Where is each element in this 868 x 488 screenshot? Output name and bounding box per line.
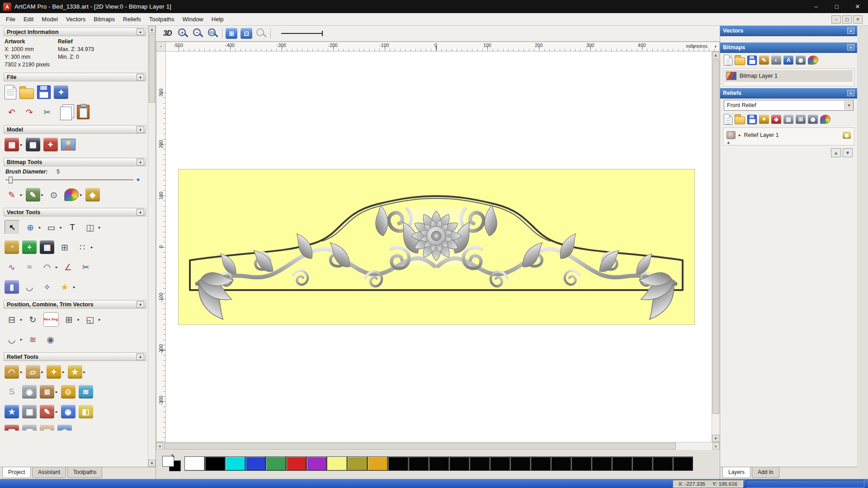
rollup-button[interactable]: ▴ bbox=[137, 353, 144, 360]
flyout-arrow-icon[interactable]: ▸ bbox=[20, 317, 23, 322]
flyout-arrow-icon[interactable]: ▸ bbox=[60, 225, 62, 230]
bitmaps-header[interactable]: Bitmaps ▴ bbox=[720, 42, 857, 53]
line-width-control[interactable] bbox=[281, 29, 323, 38]
paint-icon[interactable]: ✎ bbox=[5, 188, 19, 202]
palette-swatch-15[interactable] bbox=[490, 456, 510, 471]
relief-visibility-icon[interactable]: ▣ bbox=[843, 131, 851, 139]
palette-swatch-13[interactable] bbox=[449, 456, 469, 471]
ruler-corner[interactable]: + bbox=[156, 42, 166, 52]
flyout-arrow-icon[interactable]: ▸ bbox=[56, 265, 58, 269]
smooth-relief-icon[interactable]: ◠ bbox=[5, 365, 19, 379]
palette-swatch-14[interactable] bbox=[469, 456, 490, 471]
select-vectors-icon[interactable]: ↖ bbox=[5, 220, 20, 235]
palette-swatch-6[interactable] bbox=[307, 456, 327, 471]
menu-window[interactable]: Window bbox=[179, 14, 208, 24]
relief-select[interactable]: Front Relief ▾ bbox=[724, 100, 854, 111]
zoom-in-icon[interactable]: + bbox=[177, 28, 189, 39]
flyout-arrow-icon[interactable]: ▸ bbox=[56, 389, 58, 394]
relief-clipart-icon[interactable]: ≣ bbox=[40, 385, 54, 399]
import-model-icon[interactable]: ✦ bbox=[54, 85, 68, 99]
relief-tool-icon[interactable]: ▦ bbox=[22, 425, 37, 431]
zoom-window-icon[interactable]: ⊞ bbox=[226, 28, 237, 39]
paint-relief-icon[interactable]: ✎ bbox=[40, 405, 54, 418]
relief-tool-icon[interactable]: ◉ bbox=[57, 425, 72, 431]
shape-editor-icon[interactable]: ✦ bbox=[47, 365, 61, 379]
palette-swatch-24[interactable] bbox=[673, 456, 693, 471]
scroll-right-button[interactable]: ▸ bbox=[712, 442, 720, 450]
weave-relief-icon[interactable]: ▦ bbox=[22, 405, 37, 418]
create-polyline-icon[interactable]: ∿ bbox=[5, 260, 19, 274]
flood-fill-icon[interactable]: ◆ bbox=[85, 188, 100, 202]
paste-along-curve-icon[interactable]: ∷ bbox=[75, 240, 90, 254]
fit-arcs-icon[interactable]: ◠ bbox=[40, 260, 54, 274]
scroll-up-button[interactable]: ▲ bbox=[148, 26, 156, 33]
texture-relief-icon[interactable]: ≋ bbox=[79, 385, 93, 399]
zoom-out-icon[interactable]: − bbox=[192, 28, 204, 39]
flyout-arrow-icon[interactable]: ▸ bbox=[99, 317, 101, 322]
wrap-cylinder-icon[interactable]: ▮ bbox=[5, 280, 19, 294]
smooth-polyline-icon[interactable]: ≈ bbox=[22, 260, 37, 274]
view-3d-button[interactable]: 3D bbox=[160, 29, 174, 38]
model-preview-icon[interactable]: ▩ bbox=[26, 138, 40, 151]
align-vectors-icon[interactable]: ⊟ bbox=[5, 313, 19, 326]
set-model-size-icon[interactable]: ▦ bbox=[5, 138, 19, 151]
flyout-arrow-icon[interactable]: ▸ bbox=[91, 245, 93, 249]
rollup-button[interactable]: ▴ bbox=[137, 126, 144, 133]
palette-swatch-3[interactable] bbox=[245, 456, 266, 471]
scrollbar-thumb[interactable] bbox=[712, 60, 719, 414]
palette-swatch-18[interactable] bbox=[551, 456, 571, 471]
flyout-arrow-icon[interactable]: ▸ bbox=[84, 370, 86, 374]
create-arc-icon[interactable]: ◡ bbox=[22, 280, 37, 294]
nesting-icon[interactable]: Nes ting bbox=[43, 312, 59, 327]
bitmap-to-vector-icon[interactable]: ▦ bbox=[40, 240, 54, 254]
cut-icon[interactable]: ✂ bbox=[40, 105, 54, 119]
scrollbar-track[interactable] bbox=[712, 59, 720, 435]
trim-vectors-icon[interactable]: ≋ bbox=[26, 333, 40, 346]
scroll-left-button[interactable]: ◂ bbox=[156, 442, 163, 450]
dome-tool-icon[interactable]: ⊙ bbox=[61, 385, 75, 399]
collapse-icon[interactable]: ▴ bbox=[847, 28, 854, 34]
create-spiral-icon[interactable]: ◉ bbox=[43, 333, 58, 346]
scrollbar-thumb[interactable] bbox=[149, 34, 155, 103]
colour-palette-icon[interactable] bbox=[64, 188, 79, 201]
new-bitmap-layer-icon[interactable] bbox=[724, 55, 732, 66]
palette-swatch-11[interactable] bbox=[408, 456, 429, 471]
menu-reliefs[interactable]: Reliefs bbox=[119, 14, 145, 24]
menu-vectors[interactable]: Vectors bbox=[62, 14, 90, 24]
contrast-icon[interactable]: ◐ bbox=[771, 56, 781, 65]
model-lighting-icon[interactable]: ✦ bbox=[43, 138, 58, 151]
zoom-objects-icon[interactable]: ⊡ bbox=[241, 28, 252, 39]
open-model-icon[interactable] bbox=[19, 89, 34, 99]
flyout-arrow-icon[interactable]: ▸ bbox=[39, 225, 41, 230]
flyout-arrow-icon[interactable]: ▸ bbox=[78, 317, 80, 322]
mdi-minimize-button[interactable]: – bbox=[831, 15, 841, 23]
relief-layer-row[interactable]: ▸ Relief Layer 1 ▣ bbox=[725, 129, 853, 141]
close-button[interactable]: ✕ bbox=[847, 0, 868, 13]
expander-icon[interactable]: ▸ bbox=[739, 133, 741, 137]
mdi-close-button[interactable]: ✕ bbox=[853, 15, 863, 23]
relief-preview-icon[interactable]: ◉ bbox=[808, 115, 818, 124]
menu-toolpaths[interactable]: Toolpaths bbox=[145, 14, 179, 24]
create-text-icon[interactable]: T bbox=[65, 221, 80, 234]
save-model-icon[interactable] bbox=[37, 85, 51, 99]
block-array-icon[interactable]: ⊞ bbox=[62, 313, 76, 326]
paint-selective-icon[interactable]: ✎ bbox=[26, 188, 40, 202]
new-model-icon[interactable] bbox=[5, 85, 16, 99]
palette-swatch-19[interactable] bbox=[571, 456, 591, 471]
zoom-fit-icon[interactable]: ▭ bbox=[207, 28, 219, 39]
snap-grid-icon[interactable]: + bbox=[22, 240, 37, 254]
offset-relief-icon[interactable]: ◧ bbox=[79, 405, 93, 418]
bitmap-palette-icon[interactable] bbox=[808, 56, 818, 65]
flyout-arrow-icon[interactable]: ▸ bbox=[42, 370, 44, 374]
create-star-icon[interactable]: ★ bbox=[57, 280, 72, 294]
scroll-up-button[interactable]: ▲ bbox=[712, 52, 719, 59]
mirror-vectors-icon[interactable]: ◫ bbox=[83, 221, 97, 234]
undo-icon[interactable]: ↶ bbox=[5, 105, 19, 119]
minimize-button[interactable]: – bbox=[806, 0, 826, 13]
menu-bitmaps[interactable]: Bitmaps bbox=[90, 14, 119, 24]
scrollbar-thumb[interactable] bbox=[164, 443, 676, 450]
palette-swatch-0[interactable] bbox=[184, 456, 205, 471]
paste-icon[interactable] bbox=[77, 105, 90, 119]
weave-wizard-icon[interactable]: ◉ bbox=[22, 385, 37, 399]
rollup-button[interactable]: ▴ bbox=[137, 74, 144, 80]
